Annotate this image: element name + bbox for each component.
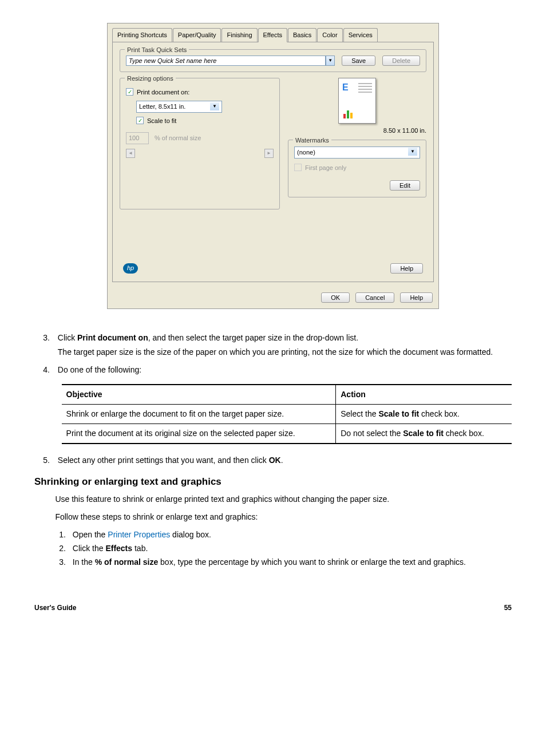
list-item: Click the Effects tab. [68,543,512,555]
watermark-select[interactable]: (none) ▼ [294,147,420,159]
step-3: Click Print document on, and then select… [52,332,512,358]
section-para-1: Use this feature to shrink or enlarge pr… [55,493,512,505]
chevron-down-icon[interactable]: ▼ [326,56,335,66]
table-row: Do not select the Scale to fit check box… [336,423,512,444]
preview-dimensions: 8.50 x 11.00 in. [288,126,426,136]
preview-chart-icon [343,110,353,118]
watermark-value: (none) [297,148,315,157]
tab-strip: Printing Shortcuts Paper/Quality Finishi… [108,23,438,42]
tab-effects[interactable]: Effects [258,28,287,42]
step-4: Do one of the following: [52,364,512,376]
save-button[interactable]: Save [342,56,375,66]
table-row: Shrink or enlarge the document to fit on… [62,404,336,423]
cancel-button[interactable]: Cancel [355,292,394,303]
tab-color[interactable]: Color [317,28,342,42]
section-para-2: Follow these steps to shrink or enlarge … [55,511,512,523]
paper-size-select[interactable]: Letter, 8.5x11 in. ▼ [136,101,222,113]
table-row: Print the document at its original size … [62,423,336,444]
help-button-footer[interactable]: Help [400,292,433,303]
watermarks-fieldset: Watermarks (none) ▼ First page only Edit [288,140,426,197]
printer-properties-link[interactable]: Printer Properties [108,530,170,539]
list-item: In the % of normal size box, type the pe… [68,556,512,568]
preview-lines-icon [358,83,372,94]
percent-input: 100 [126,132,149,144]
print-document-on-label: Print document on: [137,88,189,97]
print-dialog: Printing Shortcuts Paper/Quality Finishi… [107,23,439,309]
slider-left-icon: ◄ [126,149,135,158]
scale-to-fit-checkbox[interactable]: ✓ [136,117,144,124]
print-document-on-checkbox[interactable]: ✓ [126,88,133,96]
delete-button: Delete [382,56,420,66]
ok-button[interactable]: OK [321,292,350,303]
tab-services[interactable]: Services [343,28,378,42]
watermarks-legend: Watermarks [293,136,331,145]
page-preview: E 8.50 x 11.00 in. [288,78,426,136]
step-3-note: The target paper size is the size of the… [58,346,512,358]
chevron-down-icon: ▼ [210,102,219,110]
help-button[interactable]: Help [390,263,423,274]
page-footer: User's Guide 55 [34,603,512,613]
resizing-fieldset: Resizing options ✓ Print document on: Le… [120,78,280,209]
first-page-only-checkbox [294,164,302,171]
percent-slider: ◄ ► [126,149,274,158]
table-row: Select the Scale to fit check box. [336,404,512,423]
tab-printing-shortcuts[interactable]: Printing Shortcuts [112,28,172,42]
preview-letter-icon: E [342,81,349,94]
objective-table: Objective Action Shrink or enlarge the d… [62,384,512,444]
edit-button[interactable]: Edit [390,180,420,191]
tab-finishing[interactable]: Finishing [221,28,257,42]
chevron-down-icon: ▼ [408,148,417,156]
resizing-legend: Resizing options [125,74,176,84]
paper-size-value: Letter, 8.5x11 in. [139,102,185,112]
percent-label: % of normal size [155,133,201,143]
step-5: Select any other print settings that you… [52,454,512,466]
quicksets-fieldset: Print Task Quick Sets ▼ Save Delete [120,49,426,72]
scale-to-fit-label: Scale to fit [147,116,176,126]
tab-paper-quality[interactable]: Paper/Quality [173,28,221,42]
table-header-action: Action [336,385,512,405]
page-number: 55 [504,603,512,613]
quicksets-legend: Print Task Quick Sets [125,45,189,55]
slider-right-icon: ► [264,149,274,158]
section-heading: Shrinking or enlarging text and graphics [34,474,512,489]
tab-basics[interactable]: Basics [288,28,316,42]
table-header-objective: Objective [62,385,336,405]
first-page-only-label: First page only [305,163,346,173]
quickset-name-input[interactable] [126,56,326,66]
hp-logo-icon: hp [123,263,138,274]
list-item: Open the Printer Properties dialog box. [68,529,512,541]
footer-title: User's Guide [34,603,77,613]
